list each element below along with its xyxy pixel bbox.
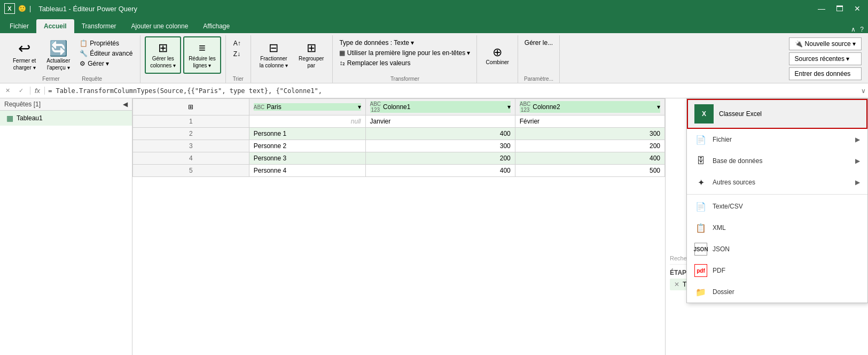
- combiner-button[interactable]: ⊕ Combiner: [481, 36, 513, 74]
- fermer-group-label: Fermer Requête: [42, 76, 102, 82]
- formula-bar-content[interactable]: = Table.TransformColumnTypes(Source,{{"P…: [48, 87, 858, 95]
- dropdown-autres-sources-item[interactable]: ✦ Autres sources ▶: [687, 172, 867, 193]
- dropdown-json-item[interactable]: JSON JSON: [687, 238, 867, 260]
- gerer-label: Gérer ▾: [88, 60, 109, 67]
- sort-az-icon: A↑: [233, 40, 241, 47]
- proprietes-button[interactable]: 📋 Propriétés: [76, 38, 136, 48]
- ribbon-group-fermer: ↩ Fermer etcharger ▾ 🔄 Actualiserl'aperç…: [4, 35, 140, 83]
- gerer-parametres-button[interactable]: Gérer le...: [522, 38, 555, 47]
- table-row: 1 null Janvier Février: [133, 115, 665, 128]
- type-donnees-button[interactable]: Type de données : Texte ▾: [337, 38, 416, 47]
- fermer-charger-button[interactable]: ↩ Fermer etcharger ▾: [9, 36, 40, 74]
- autres-sources-icon: ✦: [694, 176, 707, 189]
- formula-cancel-button[interactable]: ✕: [2, 86, 13, 95]
- actualiser-icon: 🔄: [49, 40, 68, 57]
- row-2-colonne2: 300: [515, 128, 664, 140]
- colonne1-col-dropdown[interactable]: ▾: [507, 103, 511, 111]
- row-2-paris: Personne 1: [249, 128, 365, 140]
- classeur-excel-item[interactable]: X Classeur Excel: [687, 99, 867, 129]
- entrer-donnees-button[interactable]: Entrer des données: [789, 67, 862, 80]
- xml-label: XML: [713, 224, 726, 231]
- row-1-paris: null: [249, 115, 365, 128]
- col-colonne2-header[interactable]: ABC123 Colonne2 ▾: [515, 99, 664, 115]
- base-donnees-icon: 🗄: [694, 155, 707, 167]
- dropdown-divider-1: [687, 194, 867, 195]
- sort-za-button[interactable]: Z↓: [230, 49, 246, 59]
- excel-logo-large: X: [694, 104, 714, 124]
- tab-affichage[interactable]: Affichage: [196, 19, 237, 33]
- gerer-parametres-label: Gérer le...: [525, 39, 553, 47]
- row-3-colonne2: 200: [515, 140, 664, 152]
- gerer-button[interactable]: ⚙ Gérer ▾: [76, 59, 136, 68]
- dropdown-texte-csv-item[interactable]: 📄 Texte/CSV: [687, 196, 867, 217]
- close-button[interactable]: ✕: [851, 3, 864, 14]
- title-bar-controls: — 🗖 ✕: [815, 3, 864, 14]
- maximize-button[interactable]: 🗖: [833, 3, 847, 14]
- ribbon-group-parametres: Gérer le... Paramètre...: [518, 35, 560, 83]
- nouvelle-source-button[interactable]: 🔌 Nouvelle source ▾: [789, 37, 862, 50]
- pdf-label: PDF: [713, 267, 725, 274]
- fractionner-label: Fractionnerla colonne ▾: [260, 55, 288, 69]
- actualiser-button[interactable]: 🔄 Actualiserl'aperçu ▾: [42, 36, 74, 74]
- reduire-lignes-label: Réduire leslignes ▾: [189, 55, 216, 69]
- dropdown-xml-item[interactable]: 📋 XML: [687, 217, 867, 238]
- ribbon-group-fermer-content: ↩ Fermer etcharger ▾ 🔄 Actualiserl'aperç…: [9, 35, 136, 75]
- ribbon-tabs: Fichier Accueil Transformer Ajouter une …: [0, 17, 868, 33]
- query-tableau1-item[interactable]: ▦ Tableau1: [0, 111, 132, 126]
- transformer-group-label: Transformer: [390, 76, 419, 82]
- help-icon[interactable]: ?: [860, 26, 864, 33]
- formula-fx-label: fx: [30, 87, 45, 95]
- editeur-avance-icon: 🔧: [80, 50, 88, 57]
- remplacer-valeurs-button[interactable]: ↕₂ Remplacer les valeurs: [337, 59, 412, 67]
- entrer-donnees-label: Entrer des données: [795, 70, 851, 78]
- tab-fichier[interactable]: Fichier: [2, 19, 36, 33]
- row-2-colonne1: 400: [365, 128, 515, 140]
- dropdown-dossier-item[interactable]: 📁 Dossier: [687, 281, 867, 303]
- premiere-ligne-button[interactable]: ▦ Utiliser la première ligne pour les en…: [337, 49, 472, 57]
- chevron-up-icon[interactable]: ∧: [851, 26, 856, 33]
- colonne2-col-dropdown[interactable]: ▾: [657, 103, 660, 111]
- col-paris-header[interactable]: ABC Paris ▾: [249, 99, 365, 115]
- regrouper-button[interactable]: ⊞ Regrouperpar: [294, 36, 328, 74]
- step-close-icon[interactable]: ✕: [674, 281, 679, 288]
- gerer-colonnes-button[interactable]: ⊞ Gérer lescolonnes ▾: [145, 36, 181, 74]
- ribbon-stack-requete: 📋 Propriétés 🔧 Éditeur avancé ⚙ Gérer ▾: [76, 38, 136, 68]
- sort-az-button[interactable]: A↑: [230, 38, 246, 48]
- editeur-avance-button[interactable]: 🔧 Éditeur avancé: [76, 49, 136, 58]
- fractionner-icon: ⊟: [269, 41, 278, 55]
- dropdown-base-donnees-item[interactable]: 🗄 Base de données ▶: [687, 150, 867, 172]
- combiner-icon: ⊕: [492, 45, 502, 59]
- row-5-paris: Personne 4: [249, 165, 365, 177]
- data-area[interactable]: ⊞ ABC Paris ▾ ABC123 Colonne1 ▾: [132, 98, 665, 355]
- table-row: 3 Personne 2 300 200: [133, 140, 665, 152]
- tab-accueil[interactable]: Accueil: [36, 19, 74, 33]
- dropdown-fichier-item[interactable]: 📄 Fichier ▶: [687, 129, 867, 150]
- ribbon-tab-right: ∧ ?: [847, 26, 868, 33]
- paris-col-dropdown[interactable]: ▾: [358, 103, 361, 111]
- row-4-num: 4: [133, 152, 249, 165]
- new-source-area: 🔌 Nouvelle source ▾ Sources récentes ▾ E…: [787, 35, 864, 83]
- ribbon-group-fractionner-content: ⊟ Fractionnerla colonne ▾ ⊞ Regrouperpar: [255, 35, 329, 81]
- ribbon-group-transformer-content: Type de données : Texte ▾ ▦ Utiliser la …: [337, 37, 472, 75]
- table-row: 4 Personne 3 200 400: [133, 152, 665, 165]
- reduire-lignes-button[interactable]: ≡ Réduire leslignes ▾: [183, 36, 221, 74]
- autres-sources-arrow: ▶: [855, 179, 860, 186]
- minimize-button[interactable]: —: [815, 3, 828, 14]
- row-5-colonne1: 400: [365, 165, 515, 177]
- dropdown-pdf-item[interactable]: pdf PDF: [687, 260, 867, 281]
- row-5-colonne2: 500: [515, 165, 664, 177]
- fichier-arrow: ▶: [855, 136, 860, 143]
- queries-collapse-icon[interactable]: ◀: [123, 101, 128, 108]
- ribbon-group-colonnes: ⊞ Gérer lescolonnes ▾ ≡ Réduire lesligne…: [140, 35, 225, 83]
- proprietes-icon: 📋: [80, 40, 88, 47]
- premiere-ligne-label: ▦ Utiliser la première ligne pour les en…: [339, 49, 470, 57]
- fractionner-button[interactable]: ⊟ Fractionnerla colonne ▾: [255, 36, 292, 74]
- title-bar-title: Tableau1 - Éditeur Power Query: [38, 5, 137, 13]
- sources-recentes-button[interactable]: Sources récentes ▾: [789, 52, 862, 65]
- tab-transformer[interactable]: Transformer: [74, 19, 124, 33]
- ribbon-group-fractionner: ⊟ Fractionnerla colonne ▾ ⊞ Regrouperpar: [251, 35, 333, 83]
- col-colonne1-header[interactable]: ABC123 Colonne1 ▾: [365, 99, 515, 115]
- tab-ajouter-colonne[interactable]: Ajouter une colonne: [124, 19, 196, 33]
- formula-expand-icon[interactable]: ∨: [861, 87, 866, 95]
- formula-confirm-button[interactable]: ✓: [15, 86, 27, 95]
